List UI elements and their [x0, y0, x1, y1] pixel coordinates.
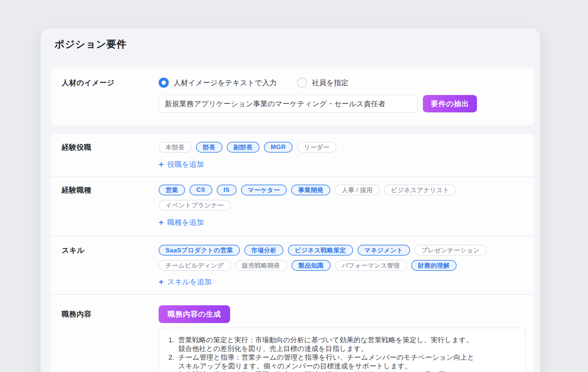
job-type-tag[interactable]: マーケター	[241, 185, 287, 195]
radio-text-input[interactable]	[159, 78, 169, 88]
add-skill-link[interactable]: + スキルを追加	[159, 277, 212, 287]
job-item-line: スキルアップを図ります。個々のメンバーの目標達成をサポートします。	[178, 362, 516, 371]
skills-label: スキル	[62, 245, 159, 287]
skill-tag[interactable]: 財務的理解	[411, 260, 457, 271]
skill-tag[interactable]: SaaSプロダクトの営業	[159, 245, 240, 256]
job-item-line: 顧客関係の構築と維持：重要な顧客との関係を構築し、継続的なビジネスの発展を図りま…	[178, 371, 516, 372]
position-requirements-card: ポジション要件 人材のイメージ 人材イメージをテキストで入力 社員を指定 要件の…	[41, 28, 540, 372]
job-item-line: 営業戦略の策定と実行：市場動向の分析に基づいて効果的な営業戦略を策定し、実行しま…	[178, 336, 516, 344]
job-item-line: 競合他社との差別化を図り、売上目標の達成を目指します。	[178, 344, 516, 353]
talent-image-input[interactable]	[159, 95, 417, 113]
job-type-tag[interactable]: CS	[189, 185, 212, 195]
radio-specify-employee[interactable]	[297, 78, 307, 88]
job-description-item: 2. チーム管理と指導：営業チームの管理と指導を行い、チームメンバーのモチベーシ…	[168, 353, 516, 371]
job-type-tag[interactable]: ビジネスアナリスト	[384, 185, 456, 195]
skill-tag[interactable]: プレゼンテーション	[415, 245, 487, 256]
roles-pills: 本部長 部長 副部長 MGR リーダー	[159, 142, 526, 153]
page-title: ポジション要件	[54, 38, 534, 51]
skill-tag[interactable]: 販売戦略開発	[235, 260, 287, 271]
radio-text-input-label[interactable]: 人材イメージをテキストで入力	[173, 78, 277, 88]
job-item-number: 3.	[168, 371, 178, 372]
skill-tag[interactable]: 製品知識	[291, 260, 331, 271]
add-role-label: 役職を追加	[167, 160, 204, 169]
extract-requirements-button[interactable]: 要件の抽出	[423, 95, 477, 112]
roles-label: 経験役職	[62, 142, 159, 169]
job-item-number: 2.	[168, 353, 178, 371]
job-description-row: 職務内容 職務内容の生成 1. 営業戦略の策定と実行：市場動向の分析に基づいて効…	[51, 294, 534, 372]
talent-image-section: 人材のイメージ 人材イメージをテキストで入力 社員を指定 要件の抽出	[51, 67, 534, 125]
job-type-tag[interactable]: IS	[217, 185, 237, 195]
job-item-number: 1.	[168, 336, 178, 353]
job-type-tag[interactable]: 人事 / 採用	[335, 185, 380, 195]
role-tag[interactable]: 本部長	[159, 142, 192, 153]
add-skill-label: スキルを追加	[167, 277, 212, 287]
job-types-row: 経験職種 営業 CS IS マーケター 事業開発 人事 / 採用 ビジネスアナリ…	[51, 177, 534, 235]
role-tag[interactable]: 副部長	[227, 142, 260, 153]
job-type-pills: 営業 CS IS マーケター 事業開発 人事 / 採用 ビジネスアナリスト イベ…	[159, 185, 526, 211]
skills-row: スキル SaaSプロダクトの営業 市場分析 ビジネス戦略策定 マネジメント プレ…	[51, 235, 534, 294]
job-type-tag[interactable]: イベントプランナー	[159, 200, 231, 211]
role-tag[interactable]: 部長	[196, 142, 222, 153]
skill-tag[interactable]: ビジネス戦略策定	[288, 245, 353, 256]
job-type-tag[interactable]: 事業開発	[291, 185, 330, 195]
skill-tag[interactable]: チームビルディング	[159, 260, 231, 271]
add-job-type-link[interactable]: + 職種を追加	[159, 218, 204, 227]
job-description-textarea[interactable]: 1. 営業戦略の策定と実行：市場動向の分析に基づいて効果的な営業戦略を策定し、実…	[159, 328, 526, 372]
skill-tag[interactable]: 市場分析	[244, 245, 283, 256]
role-tag[interactable]: MGR	[264, 142, 293, 153]
generate-job-description-button[interactable]: 職務内容の生成	[159, 305, 230, 323]
roles-row: 経験役職 本部長 部長 副部長 MGR リーダー + 役職を追加	[51, 134, 534, 177]
job-item-line: チーム管理と指導：営業チームの管理と指導を行い、チームメンバーのモチベーション向…	[178, 353, 516, 362]
talent-image-label: 人材のイメージ	[62, 77, 159, 125]
job-description-label: 職務内容	[62, 305, 159, 372]
add-role-link[interactable]: + 役職を追加	[159, 160, 204, 169]
skill-tag[interactable]: マネジメント	[358, 245, 410, 256]
plus-icon: +	[159, 161, 164, 168]
plus-icon: +	[159, 219, 164, 226]
skill-tag[interactable]: パフォーマンス管理	[335, 260, 407, 271]
job-types-label: 経験職種	[62, 185, 159, 227]
skill-pills: SaaSプロダクトの営業 市場分析 ビジネス戦略策定 マネジメント プレゼンテー…	[159, 245, 493, 271]
plus-icon: +	[159, 278, 164, 286]
job-description-item: 1. 営業戦略の策定と実行：市場動向の分析に基づいて効果的な営業戦略を策定し、実…	[168, 336, 516, 353]
job-description-item: 3. 顧客関係の構築と維持：重要な顧客との関係を構築し、継続的なビジネスの発展を…	[168, 371, 516, 372]
radio-specify-employee-label[interactable]: 社員を指定	[312, 78, 348, 88]
talent-image-radio-row: 人材イメージをテキストで入力 社員を指定	[159, 77, 526, 88]
job-type-tag[interactable]: 営業	[159, 185, 185, 195]
role-tag[interactable]: リーダー	[297, 142, 336, 153]
requirements-group: 経験役職 本部長 部長 副部長 MGR リーダー + 役職を追加 経験職種	[51, 134, 534, 372]
add-job-type-label: 職種を追加	[167, 218, 204, 227]
